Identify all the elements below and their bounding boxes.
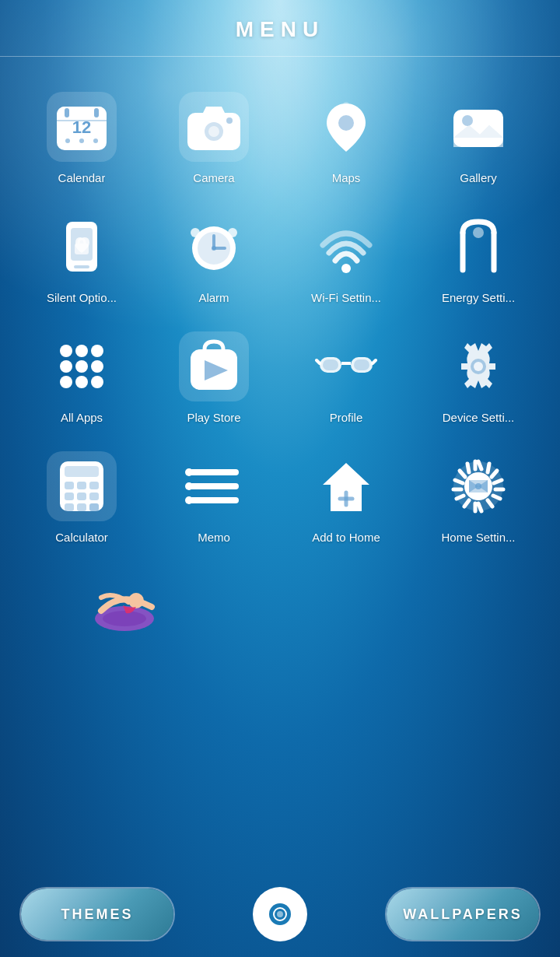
home-dot-icon: [264, 899, 296, 930]
svg-rect-64: [77, 503, 86, 511]
svg-rect-52: [354, 359, 369, 370]
wallpapers-label: WALLPAPERS: [403, 906, 523, 923]
svg-point-17: [338, 115, 354, 131]
gallery-label: Gallery: [460, 171, 497, 184]
energy-settings-icon: [443, 212, 513, 282]
svg-rect-57: [65, 482, 74, 489]
svg-rect-58: [77, 482, 86, 489]
gallery-icon: [443, 92, 513, 162]
menu-title: MENU: [236, 17, 324, 41]
bottom-bar: THEMES WALLPAPERS: [0, 871, 560, 957]
app-item-energy[interactable]: Energy Setti...: [412, 200, 544, 320]
svg-point-71: [185, 496, 193, 504]
app-item-silent[interactable]: Silent Optio...: [16, 200, 148, 320]
svg-rect-51: [323, 359, 338, 370]
svg-point-69: [185, 468, 193, 476]
svg-rect-59: [89, 482, 99, 489]
app-item-add-to-home[interactable]: Add to Home: [280, 440, 412, 559]
app-item-profile[interactable]: Profile: [280, 320, 412, 440]
themes-button[interactable]: THEMES: [19, 887, 175, 941]
maps-label: Maps: [332, 171, 361, 184]
app-item-maps[interactable]: Maps: [280, 80, 412, 200]
svg-point-10: [65, 138, 70, 143]
svg-rect-63: [65, 503, 74, 511]
silent-options-icon: [47, 212, 117, 282]
svg-point-36: [60, 345, 72, 357]
app-item-calculator[interactable]: Calculator: [16, 440, 148, 559]
svg-line-49: [317, 360, 320, 363]
app-item-memo[interactable]: Memo: [148, 440, 280, 559]
header: MENU: [0, 0, 560, 56]
all-apps-icon: [47, 331, 117, 401]
svg-point-38: [91, 345, 103, 357]
camera-label: Camera: [193, 171, 234, 184]
wallpapers-button[interactable]: WALLPAPERS: [385, 887, 541, 941]
svg-point-29: [191, 228, 200, 237]
device-settings-label: Device Setti...: [443, 411, 515, 424]
memo-icon: [179, 451, 249, 521]
app-item-all-apps[interactable]: All Apps: [16, 320, 148, 440]
svg-point-39: [60, 360, 72, 373]
wifi-settings-label: Wi-Fi Settin...: [311, 291, 381, 304]
svg-point-32: [341, 264, 351, 273]
svg-rect-23: [74, 265, 89, 268]
svg-point-11: [79, 138, 84, 143]
svg-rect-24: [75, 244, 89, 254]
maps-icon: [311, 92, 381, 162]
svg-point-30: [228, 228, 237, 237]
svg-point-16: [226, 117, 233, 124]
app-item-play-store[interactable]: Play Store: [148, 320, 280, 440]
silent-options-label: Silent Optio...: [47, 291, 117, 304]
svg-rect-65: [89, 503, 99, 511]
app-item-home-settings[interactable]: Home Settin...: [412, 440, 544, 559]
app-item-alarm[interactable]: Alarm: [148, 200, 280, 320]
swimmer-decoration: [78, 568, 171, 646]
svg-point-44: [91, 376, 103, 388]
svg-point-31: [212, 246, 216, 251]
svg-point-1: [103, 611, 146, 626]
alarm-icon: [179, 212, 249, 282]
wifi-settings-icon: [311, 212, 381, 282]
svg-point-41: [91, 360, 103, 373]
add-to-home-label: Add to Home: [312, 531, 380, 544]
all-apps-label: All Apps: [61, 411, 103, 424]
svg-point-33: [473, 227, 484, 238]
svg-rect-7: [65, 108, 69, 117]
home-button[interactable]: [253, 887, 307, 941]
home-settings-icon: [443, 451, 513, 521]
play-store-label: Play Store: [187, 411, 240, 424]
home-settings-label: Home Settin...: [441, 531, 515, 544]
calendar-label: Calendar: [58, 171, 106, 184]
svg-rect-61: [77, 493, 86, 500]
calendar-icon: 12: [47, 92, 117, 162]
calculator-icon: [47, 451, 117, 521]
svg-point-43: [75, 376, 88, 388]
svg-rect-56: [65, 466, 99, 477]
svg-point-15: [208, 126, 219, 137]
svg-point-37: [75, 345, 88, 357]
app-item-gallery[interactable]: Gallery: [412, 80, 544, 200]
svg-point-40: [75, 360, 88, 373]
camera-icon: [179, 92, 249, 162]
svg-point-12: [93, 138, 98, 143]
svg-point-18: [343, 102, 349, 108]
svg-point-54: [474, 362, 483, 371]
app-item-calendar[interactable]: 12 Calendar: [16, 80, 148, 200]
app-item-device-settings[interactable]: Device Setti...: [412, 320, 544, 440]
svg-point-79: [277, 911, 283, 917]
calculator-label: Calculator: [55, 531, 108, 544]
profile-icon: [311, 331, 381, 401]
device-settings-icon: [443, 331, 513, 401]
svg-point-76: [475, 483, 481, 489]
app-grid: 12 Calendar Camera: [0, 57, 560, 575]
app-item-wifi[interactable]: Wi-Fi Settin...: [280, 200, 412, 320]
app-item-camera[interactable]: Camera: [148, 80, 280, 200]
svg-point-42: [60, 376, 72, 388]
profile-label: Profile: [330, 411, 363, 424]
home-add-icon: [311, 451, 381, 521]
svg-line-50: [373, 360, 376, 363]
svg-rect-8: [94, 108, 99, 117]
alarm-label: Alarm: [198, 291, 229, 304]
svg-point-20: [462, 115, 473, 126]
themes-label: THEMES: [61, 906, 133, 923]
